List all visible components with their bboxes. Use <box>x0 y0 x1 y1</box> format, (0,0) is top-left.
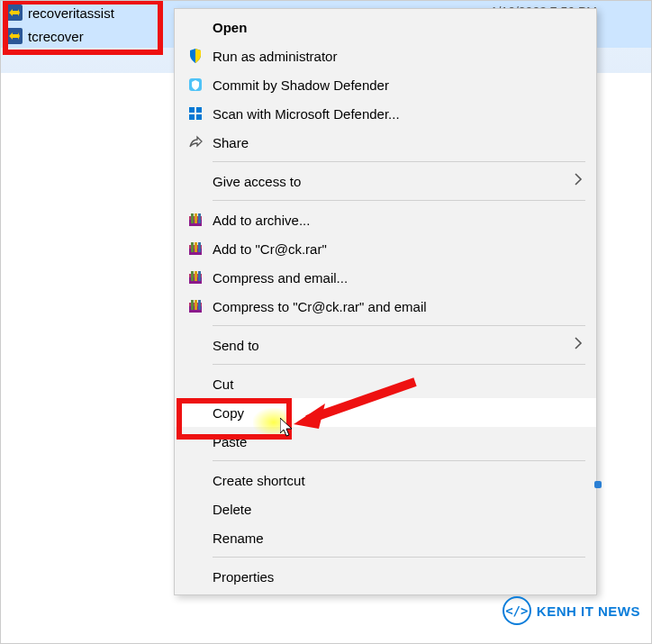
menu-give-access[interactable]: Give access to <box>175 167 596 195</box>
menu-add-archive[interactable]: Add to archive... <box>175 205 596 234</box>
defender-icon <box>187 105 213 122</box>
menu-label: Rename <box>213 531 584 546</box>
menu-separator <box>213 200 585 201</box>
svg-rect-23 <box>198 271 201 281</box>
menu-properties[interactable]: Properties <box>175 562 596 591</box>
decorative-dot <box>594 481 602 488</box>
menu-share[interactable]: Share <box>175 128 596 157</box>
svg-rect-27 <box>195 300 197 310</box>
menu-commit-shadow[interactable]: Commit by Shadow Defender <box>175 70 596 99</box>
watermark-symbol: </> <box>505 603 528 618</box>
app-icon <box>6 28 23 44</box>
menu-label: Properties <box>213 569 584 585</box>
menu-label: Send to <box>213 338 573 353</box>
chevron-right-icon <box>573 336 584 355</box>
menu-label: Commit by Shadow Defender <box>213 77 584 93</box>
menu-paste[interactable]: Paste <box>175 427 596 456</box>
menu-label: Compress to "Cr@ck.rar" and email <box>213 299 584 314</box>
menu-separator <box>213 557 585 558</box>
svg-rect-16 <box>191 242 194 252</box>
menu-separator <box>213 364 585 365</box>
svg-rect-8 <box>196 114 202 120</box>
winrar-icon <box>187 240 213 257</box>
svg-rect-26 <box>191 300 194 310</box>
menu-label: Run as administrator <box>213 49 584 64</box>
winrar-icon <box>187 269 213 286</box>
menu-create-shortcut[interactable]: Create shortcut <box>175 466 596 494</box>
menu-label: Add to archive... <box>213 213 584 228</box>
share-icon <box>187 134 213 150</box>
menu-rename[interactable]: Rename <box>175 523 596 552</box>
svg-rect-18 <box>198 242 201 252</box>
menu-separator <box>213 325 585 326</box>
menu-scan-defender[interactable]: Scan with Microsoft Defender... <box>175 99 596 128</box>
context-menu: Open Run as administrator Commit by Shad… <box>174 8 597 595</box>
menu-label: Scan with Microsoft Defender... <box>213 106 584 122</box>
watermark-logo-icon: </> <box>503 596 531 625</box>
svg-rect-11 <box>191 213 194 223</box>
menu-separator <box>213 161 585 162</box>
menu-run-admin[interactable]: Run as administrator <box>175 41 596 70</box>
svg-rect-6 <box>196 107 202 113</box>
menu-label: Delete <box>213 502 584 517</box>
shield-icon <box>187 48 213 64</box>
menu-label: Compress and email... <box>213 270 584 286</box>
svg-rect-28 <box>198 300 201 310</box>
menu-label: Share <box>213 135 584 150</box>
menu-label: Paste <box>213 434 584 449</box>
svg-rect-12 <box>195 213 197 223</box>
shadow-defender-icon <box>187 77 213 93</box>
svg-rect-5 <box>189 107 195 113</box>
chevron-right-icon <box>573 172 584 191</box>
watermark: </> KENH IT NEWS <box>503 596 640 625</box>
svg-rect-22 <box>195 271 197 281</box>
menu-label: Copy <box>213 405 584 421</box>
menu-label: Add to "Cr@ck.rar" <box>213 241 584 257</box>
menu-separator <box>213 460 585 461</box>
menu-compress-to-email[interactable]: Compress to "Cr@ck.rar" and email <box>175 292 596 321</box>
menu-label: Give access to <box>213 174 573 189</box>
menu-label: Open <box>213 20 584 35</box>
svg-rect-13 <box>198 213 201 223</box>
menu-label: Create shortcut <box>213 473 584 488</box>
file-name-label: tcrecover <box>28 29 84 44</box>
menu-copy[interactable]: Copy <box>175 398 596 427</box>
menu-compress-email[interactable]: Compress and email... <box>175 263 596 292</box>
watermark-text: KENH IT NEWS <box>537 603 640 619</box>
winrar-icon <box>187 298 213 314</box>
menu-label: Cut <box>213 376 584 392</box>
menu-delete[interactable]: Delete <box>175 494 596 523</box>
menu-add-to-rar[interactable]: Add to "Cr@ck.rar" <box>175 234 596 263</box>
svg-rect-21 <box>191 271 194 281</box>
app-icon <box>6 5 23 21</box>
winrar-icon <box>187 212 213 228</box>
menu-send-to[interactable]: Send to <box>175 331 596 359</box>
svg-rect-17 <box>195 242 197 252</box>
menu-open[interactable]: Open <box>175 13 596 41</box>
svg-rect-7 <box>189 114 195 120</box>
menu-cut[interactable]: Cut <box>175 369 596 398</box>
file-name-label: recoveritassist <box>28 5 114 21</box>
